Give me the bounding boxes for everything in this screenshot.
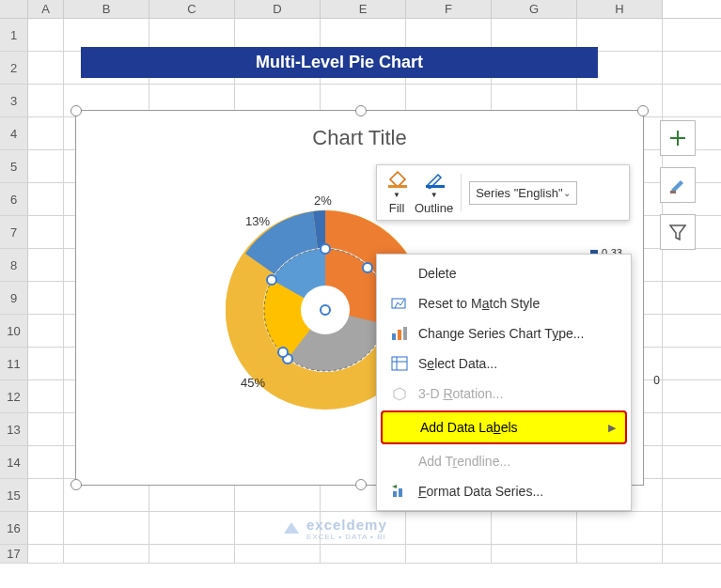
col-header-D[interactable]: D xyxy=(235,0,321,18)
selection-handle[interactable] xyxy=(637,105,649,116)
row-header[interactable]: 15 xyxy=(0,479,28,511)
series-dropdown[interactable]: Series "English" ⌄ xyxy=(469,181,576,205)
context-menu: Delete Reset to Match Style Change Serie… xyxy=(376,254,632,511)
ctx-label: Add Data Labels xyxy=(420,420,518,435)
row-header[interactable]: 14 xyxy=(0,446,28,478)
ctx-label: Select Data... xyxy=(418,356,497,371)
row-header[interactable]: 17 xyxy=(0,545,28,563)
ctx-label: Delete xyxy=(418,266,456,281)
svg-rect-13 xyxy=(426,185,445,188)
ctx-label: Format Data Series... xyxy=(418,484,543,499)
selection-handle[interactable] xyxy=(355,479,367,490)
col-header-H[interactable]: H xyxy=(577,0,663,18)
svg-point-9 xyxy=(321,305,330,315)
cube-icon xyxy=(390,385,409,402)
svg-rect-16 xyxy=(398,330,401,340)
selection-handle[interactable] xyxy=(71,105,82,116)
format-series-icon xyxy=(390,483,409,500)
svg-rect-17 xyxy=(403,327,407,340)
submenu-arrow-icon: ▶ xyxy=(608,422,616,434)
row-header[interactable]: 2 xyxy=(0,52,28,84)
chevron-down-icon: ⌄ xyxy=(563,188,571,198)
plus-icon xyxy=(668,129,687,147)
col-header-E[interactable]: E xyxy=(321,0,406,18)
svg-rect-25 xyxy=(670,191,676,193)
row-header[interactable]: 13 xyxy=(0,413,28,445)
blank-icon xyxy=(390,265,409,282)
col-header-C[interactable]: C xyxy=(149,0,235,18)
ctx-3d-rotation: 3-D Rotation... xyxy=(377,379,631,409)
ctx-select-data[interactable]: Select Data... xyxy=(377,348,631,379)
data-label-45: 45% xyxy=(241,376,265,390)
svg-rect-15 xyxy=(392,333,396,340)
chart-type-icon xyxy=(390,325,409,342)
ctx-add-trendline: Add Trendline... xyxy=(377,446,631,476)
outline-button[interactable]: ▼ Outline xyxy=(415,170,453,215)
svg-rect-21 xyxy=(393,491,397,497)
col-header-A[interactable]: A xyxy=(28,0,64,18)
funnel-icon xyxy=(668,223,687,241)
ctx-label: Reset to Match Style xyxy=(418,296,540,311)
chevron-down-icon: ▼ xyxy=(393,191,400,199)
outline-label: Outline xyxy=(415,201,453,215)
row-header[interactable]: 7 xyxy=(0,216,28,248)
selectall-corner[interactable] xyxy=(0,0,28,18)
row-header[interactable]: 16 xyxy=(0,512,28,544)
brush-icon xyxy=(667,175,688,195)
chevron-down-icon: ▼ xyxy=(431,191,438,199)
ctx-label: Change Series Chart Type... xyxy=(418,326,584,341)
ctx-label: Add Trendline... xyxy=(418,454,510,469)
svg-rect-22 xyxy=(399,488,402,497)
page-title: Multi-Level Pie Chart xyxy=(81,47,598,78)
row-header[interactable]: 3 xyxy=(0,85,28,116)
data-label-2: 2% xyxy=(314,193,332,208)
fill-button[interactable]: ▼ Fill xyxy=(386,170,407,215)
selection-handle[interactable] xyxy=(71,479,82,490)
blank-icon xyxy=(390,453,409,470)
svg-point-5 xyxy=(321,244,330,254)
mini-toolbar: ▼ Fill ▼ Outline Series "English" ⌄ xyxy=(376,164,630,221)
ctx-add-data-labels[interactable]: Add Data Labels ▶ xyxy=(381,410,627,444)
series-dropdown-label: Series "English" xyxy=(476,186,562,200)
svg-point-11 xyxy=(278,348,288,357)
data-label-13: 13% xyxy=(245,214,270,228)
svg-point-7 xyxy=(267,275,276,285)
row-header[interactable]: 5 xyxy=(0,150,28,182)
fill-label: Fill xyxy=(389,201,405,215)
separator xyxy=(461,174,462,211)
svg-rect-18 xyxy=(392,357,407,370)
row-header[interactable]: 9 xyxy=(0,282,28,314)
selection-handle[interactable] xyxy=(355,105,367,116)
chart-filters-button[interactable] xyxy=(660,214,696,250)
row-header[interactable]: 11 xyxy=(0,348,28,379)
row-header[interactable]: 4 xyxy=(0,117,28,149)
chart-styles-button[interactable] xyxy=(660,167,696,203)
svg-rect-12 xyxy=(388,185,407,188)
reset-icon xyxy=(390,295,409,312)
axis-label-stub: 0 xyxy=(653,374,660,387)
row-header[interactable]: 6 xyxy=(0,183,28,215)
chart-title[interactable]: Chart Title xyxy=(76,126,643,150)
chart-elements-button[interactable] xyxy=(660,120,696,156)
select-data-icon xyxy=(390,355,409,372)
row-header[interactable]: 1 xyxy=(0,19,28,51)
paint-bucket-icon xyxy=(386,170,407,189)
ctx-delete[interactable]: Delete xyxy=(377,258,631,288)
blank-icon xyxy=(392,419,411,436)
col-header-G[interactable]: G xyxy=(492,0,577,18)
ctx-format-series[interactable]: Format Data Series... xyxy=(377,476,631,506)
col-header-F[interactable]: F xyxy=(406,0,492,18)
pen-outline-icon xyxy=(424,170,445,189)
row-header[interactable]: 8 xyxy=(0,249,28,281)
ctx-change-type[interactable]: Change Series Chart Type... xyxy=(377,318,631,348)
column-headers: A B C D E F G H xyxy=(0,0,721,19)
ctx-label: 3-D Rotation... xyxy=(418,386,503,401)
row-header[interactable]: 12 xyxy=(0,380,28,412)
row-header[interactable]: 10 xyxy=(0,315,28,347)
svg-point-10 xyxy=(363,263,372,272)
ctx-reset[interactable]: Reset to Match Style xyxy=(377,288,631,318)
chart-side-buttons xyxy=(660,120,696,250)
col-header-B[interactable]: B xyxy=(64,0,149,18)
